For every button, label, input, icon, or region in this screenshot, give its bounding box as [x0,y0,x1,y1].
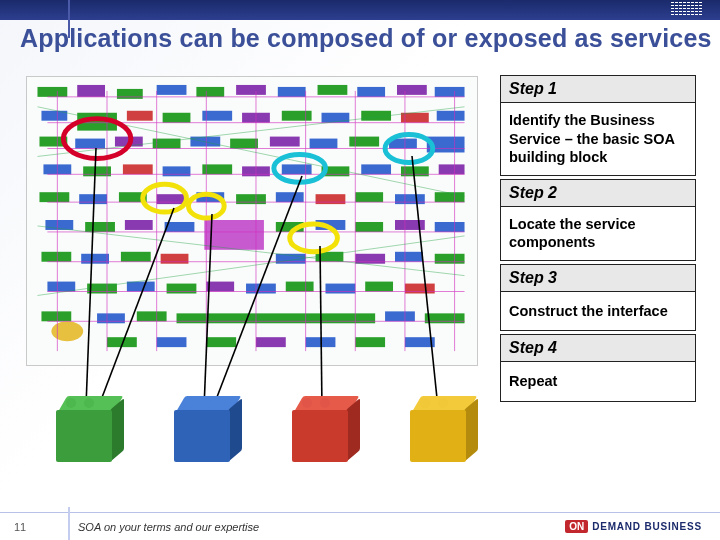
svg-rect-15 [202,111,232,121]
building-blocks-row [56,396,476,462]
step-3-body: Construct the interface [500,292,696,332]
svg-rect-14 [163,113,191,123]
svg-point-85 [51,321,83,341]
slide-title: Applications can be composed of or expos… [20,24,712,53]
svg-rect-45 [79,194,107,204]
svg-rect-5 [236,85,266,95]
on-demand-business-logo: ON DEMAND BUSINESS [565,520,702,533]
svg-rect-86 [97,313,125,323]
block-blue [174,396,240,462]
svg-rect-80 [286,282,314,292]
svg-rect-41 [361,164,391,174]
svg-rect-54 [435,192,465,202]
brand-on-badge: ON [565,520,588,533]
block-green [56,396,122,462]
svg-rect-93 [206,337,236,347]
svg-rect-22 [39,137,67,147]
header-bar [0,0,720,20]
svg-rect-79 [246,284,276,294]
svg-rect-63 [395,220,425,230]
svg-rect-53 [395,194,425,204]
step-2-body: Locate the service components [500,207,696,261]
svg-rect-10 [435,87,465,97]
svg-rect-72 [395,252,423,262]
svg-rect-28 [270,137,300,147]
svg-rect-13 [127,111,153,121]
step-3-head: Step 3 [500,264,696,292]
svg-rect-46 [119,192,147,202]
svg-rect-94 [256,337,286,347]
svg-rect-90 [425,313,465,323]
svg-rect-76 [127,282,155,292]
svg-rect-64 [435,222,465,232]
svg-rect-1 [77,85,105,97]
svg-rect-62 [355,222,383,232]
svg-rect-30 [349,137,379,147]
svg-rect-49 [236,194,266,204]
svg-rect-35 [123,164,153,174]
svg-rect-77 [167,284,197,294]
svg-rect-84 [41,311,71,321]
svg-rect-68 [161,254,189,264]
svg-rect-32 [427,137,465,153]
svg-rect-73 [435,254,465,264]
svg-rect-59 [204,220,264,250]
svg-rect-82 [365,282,393,292]
step-4-body: Repeat [500,362,696,402]
ibm-logo-icon [671,2,702,16]
svg-rect-71 [355,254,385,264]
slide-body: Step 1 Identify the Business Service – t… [20,66,700,490]
svg-rect-56 [85,222,115,232]
svg-rect-6 [278,87,306,97]
svg-rect-57 [125,220,153,230]
svg-rect-24 [115,137,143,147]
svg-rect-21 [437,111,465,121]
steps-panel: Step 1 Identify the Business Service – t… [500,72,696,402]
page-number: 11 [14,521,26,533]
footer-rule [68,507,70,540]
step-4-head: Step 4 [500,334,696,362]
svg-rect-81 [325,284,355,294]
svg-rect-18 [322,113,350,123]
svg-rect-89 [385,311,415,321]
svg-rect-2 [117,89,143,99]
svg-rect-66 [81,254,109,264]
block-red [292,396,358,462]
svg-rect-39 [282,164,312,174]
svg-rect-43 [439,164,465,174]
svg-rect-74 [47,282,75,292]
svg-rect-78 [206,282,234,292]
svg-rect-8 [357,87,385,97]
architecture-diagram [26,76,478,366]
svg-rect-60 [276,222,304,232]
svg-rect-52 [355,192,383,202]
svg-rect-23 [75,139,105,149]
svg-rect-87 [137,311,167,321]
svg-rect-3 [157,85,187,95]
diagram-svg [27,77,477,365]
block-yellow [410,396,476,462]
svg-rect-9 [397,85,427,95]
svg-rect-36 [163,166,191,176]
svg-rect-0 [37,87,67,97]
svg-rect-51 [316,194,346,204]
svg-rect-4 [196,87,224,97]
svg-rect-50 [276,192,304,202]
svg-rect-95 [306,337,336,347]
svg-rect-58 [165,222,195,232]
brand-text: DEMAND BUSINESS [592,521,702,532]
svg-rect-67 [121,252,151,262]
svg-rect-44 [39,192,69,202]
footer-bar: 11 SOA on your terms and our expertise O… [0,512,720,540]
step-1-body: Identify the Business Service – the basi… [500,103,696,176]
svg-rect-48 [196,192,224,202]
svg-rect-7 [318,85,348,95]
footer-tagline: SOA on your terms and our expertise [78,521,259,533]
svg-rect-96 [355,337,385,347]
svg-rect-37 [202,164,232,174]
svg-rect-17 [282,111,312,121]
svg-rect-27 [230,139,258,149]
svg-rect-47 [157,194,187,204]
step-2-head: Step 2 [500,179,696,207]
svg-rect-29 [310,139,338,149]
